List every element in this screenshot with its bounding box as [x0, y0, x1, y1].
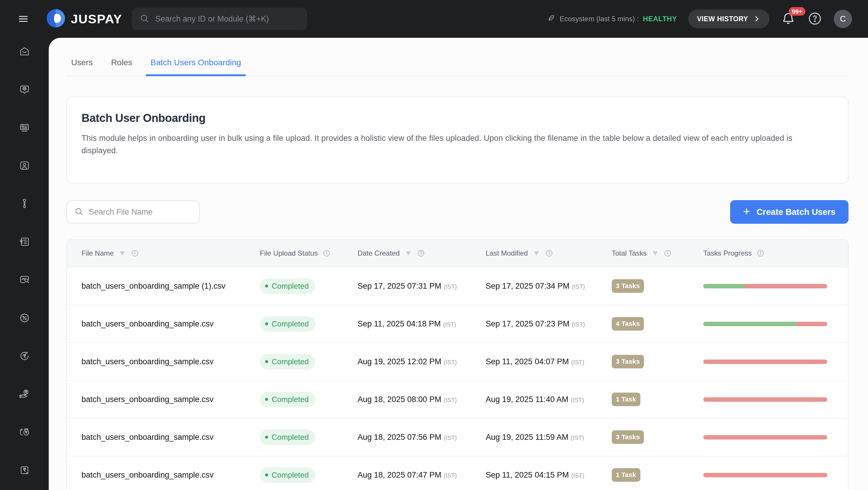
home-icon[interactable] [19, 45, 30, 57]
main-panel: UsersRolesBatch Users Onboarding Batch U… [49, 38, 868, 490]
filter-icon[interactable] [404, 249, 412, 257]
task-count-badge: 3 Tasks [612, 355, 644, 368]
file-name-cell[interactable]: batch_users_onboarding_sample.csv [67, 319, 245, 329]
column-label: Tasks Progress [703, 249, 752, 257]
upload-status-cell: Completed [245, 316, 343, 332]
column-header[interactable]: File Name [67, 249, 245, 257]
last-modified-cell: Sep 11, 2025 04:07 PM(IST) [471, 357, 597, 366]
status-badge: Completed [260, 467, 315, 483]
column-header[interactable]: Total Tasks [597, 249, 689, 257]
search-icon [140, 13, 149, 25]
filter-icon[interactable] [651, 249, 659, 257]
upload-status-cell: Completed [245, 467, 343, 483]
tab-roles[interactable]: Roles [106, 58, 137, 76]
column-label: Date Created [358, 249, 400, 257]
info-icon[interactable] [322, 249, 331, 257]
page-description: This module helps in onboarding user in … [82, 132, 811, 157]
file-search-input[interactable] [89, 208, 193, 217]
file-name-cell[interactable]: batch_users_onboarding_sample.csv [67, 470, 245, 480]
tabs: UsersRolesBatch Users Onboarding [66, 58, 848, 76]
tab-batch-users-onboarding[interactable]: Batch Users Onboarding [146, 58, 246, 76]
timezone-label: (IST) [444, 472, 457, 479]
global-search[interactable] [132, 8, 307, 30]
board-icon[interactable] [19, 122, 30, 133]
user-card-icon[interactable] [19, 160, 30, 172]
column-label: File Upload Status [260, 249, 318, 257]
batch-files-table: File Name File Upload Status Date Create… [66, 239, 848, 490]
plus-icon: + [743, 206, 750, 217]
date-created-cell: Aug 18, 2025 07:56 PM(IST) [343, 433, 471, 442]
rupee-card-icon[interactable] [19, 464, 30, 476]
timezone-label: (IST) [444, 397, 457, 403]
info-icon[interactable] [664, 249, 672, 257]
column-header[interactable]: Date Created [343, 249, 471, 257]
table-row: batch_users_onboarding_sample (1).csv Co… [67, 267, 848, 305]
last-modified-cell: Sep 11, 2025 04:15 PM(IST) [471, 470, 597, 480]
info-icon[interactable] [756, 249, 765, 257]
payout-hand-icon[interactable] [19, 388, 30, 400]
file-name-cell[interactable]: batch_users_onboarding_sample.csv [67, 357, 245, 366]
analytics-search-icon[interactable] [19, 274, 30, 286]
leaf-icon [547, 13, 556, 24]
settlement-bag-icon[interactable] [19, 426, 30, 438]
topbar: JUSPAY Ecosystem (last 5 mins) : HEALTHY… [0, 0, 868, 38]
status-badge: Completed [260, 278, 315, 294]
filter-icon[interactable] [118, 249, 126, 257]
progress-bar [703, 397, 827, 402]
progress-bar [703, 360, 827, 364]
help-button[interactable] [807, 11, 823, 27]
timezone-label: (IST) [571, 472, 584, 479]
modules-icon[interactable] [19, 84, 30, 95]
chevron-right-icon [753, 15, 761, 23]
global-search-input[interactable] [155, 14, 299, 24]
column-header[interactable]: File Upload Status [245, 249, 343, 257]
table-body: batch_users_onboarding_sample (1).csv Co… [67, 267, 848, 490]
file-name-cell[interactable]: batch_users_onboarding_sample.csv [67, 395, 245, 404]
info-icon[interactable] [417, 249, 425, 257]
status-badge: Completed [260, 429, 315, 445]
avatar[interactable]: C [834, 10, 852, 28]
date-created-cell: Aug 18, 2025 08:00 PM(IST) [343, 395, 471, 404]
ecosystem-status: Ecosystem (last 5 mins) : HEALTHY [547, 13, 677, 24]
tab-users[interactable]: Users [66, 58, 97, 76]
offers-percent-icon[interactable] [19, 312, 30, 324]
rupee-refund-icon[interactable] [19, 350, 30, 362]
tools-icon[interactable] [19, 198, 30, 210]
timezone-label: (IST) [571, 434, 584, 441]
upload-status-cell: Completed [245, 354, 343, 370]
notifications-button[interactable]: 99+ [781, 11, 796, 27]
total-tasks-cell: 3 Tasks [597, 430, 689, 444]
file-name-cell[interactable]: batch_users_onboarding_sample (1).csv [67, 282, 245, 291]
timezone-label: (IST) [571, 359, 584, 365]
table-row: batch_users_onboarding_sample.csv Comple… [67, 342, 848, 380]
menu-icon[interactable] [17, 13, 30, 25]
timezone-label: (IST) [444, 434, 457, 441]
status-dot-icon [265, 284, 268, 287]
view-history-button[interactable]: VIEW HISTORY [688, 9, 769, 28]
file-search[interactable] [66, 201, 200, 223]
info-icon[interactable] [131, 249, 139, 257]
task-count-badge: 1 Task [612, 468, 640, 482]
progress-bar [703, 322, 827, 326]
rupee-statement-icon[interactable] [19, 236, 30, 248]
column-header[interactable]: Tasks Progress [689, 249, 848, 257]
ecosystem-health-value: HEALTHY [643, 15, 677, 23]
timezone-label: (IST) [443, 321, 456, 328]
notification-count-badge: 99+ [789, 7, 805, 16]
progress-success-segment [703, 322, 796, 326]
table-row: batch_users_onboarding_sample.csv Comple… [67, 305, 848, 342]
column-header[interactable]: Last Modified [471, 249, 597, 257]
file-name-cell[interactable]: batch_users_onboarding_sample.csv [67, 433, 245, 442]
date-created-cell: Sep 17, 2025 07:31 PM(IST) [343, 282, 471, 291]
progress-bar [703, 473, 827, 477]
date-created-cell: Aug 19, 2025 12:02 PM(IST) [343, 357, 471, 366]
task-count-badge: 3 Tasks [612, 430, 644, 444]
tasks-progress-cell [689, 284, 848, 288]
last-modified-cell: Sep 17, 2025 07:23 PM(IST) [471, 319, 597, 329]
module-info-card: Batch User Onboarding This module helps … [66, 96, 848, 184]
column-label: File Name [82, 249, 114, 257]
create-batch-users-button[interactable]: + Create Batch Users [730, 200, 848, 224]
status-dot-icon [265, 398, 268, 401]
info-icon[interactable] [545, 249, 553, 257]
filter-icon[interactable] [533, 249, 540, 257]
